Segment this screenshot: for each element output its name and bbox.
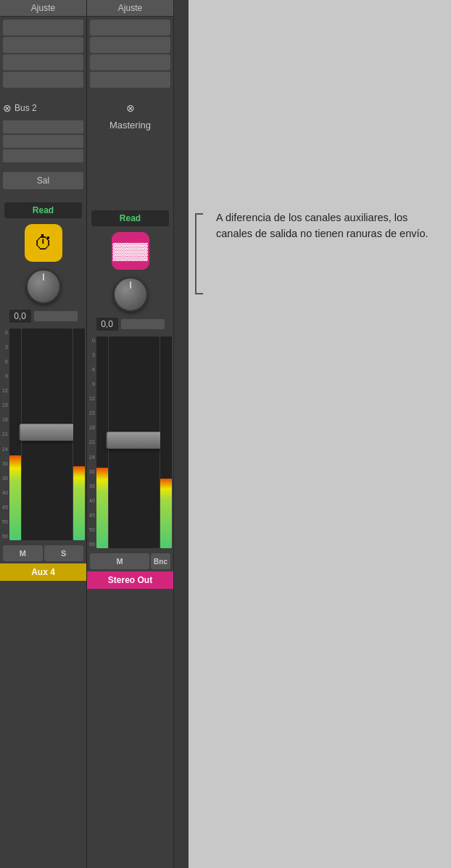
fader-rail-2[interactable] [109, 336, 160, 548]
plugin-slot-1c[interactable] [3, 54, 83, 70]
plugin-slot-2b[interactable] [90, 37, 170, 53]
vu-fill-right-2 [160, 479, 172, 548]
fader-track-1: 0 3 6 9 12 15 18 21 24 30 35 40 45 50 60 [1, 328, 85, 540]
bounce-button[interactable]: Bnc [151, 553, 170, 569]
channel-strip-stereo-out: Ajuste ⊗ Mastering Read ▓▓▓ 0,0 [87, 0, 174, 868]
channel-strip-aux4: Ajuste ⊗ Bus 2 Sal Read ⏱ [0, 0, 87, 868]
vu-fill-left-2 [96, 468, 108, 548]
fader-section-1: 0 3 6 9 12 15 18 21 24 30 35 40 45 50 60 [0, 326, 86, 543]
fader-section-2: 0 3 6 9 12 15 18 21 24 30 35 40 45 50 60 [87, 334, 173, 551]
mute-button-2[interactable]: M [90, 553, 149, 569]
channel-name-2[interactable]: Stereo Out [87, 571, 173, 589]
volume-bar-2 [121, 319, 165, 329]
fader-rail-1[interactable] [22, 328, 73, 540]
plugin-slots-2 [87, 17, 173, 91]
volume-display-2: 0,0 [96, 318, 165, 331]
send-group-1 [3, 120, 83, 162]
plugin-icon-2: ▓▓▓ [112, 241, 147, 260]
bus-section-2: ⊗ [87, 99, 173, 117]
link-icon-2: ⊗ [126, 102, 135, 114]
output-button-1[interactable]: Sal [3, 172, 83, 189]
send-row-1b[interactable] [3, 135, 83, 148]
vu-fill-left-1 [9, 455, 21, 540]
link-icon-1: ⊗ [3, 102, 12, 114]
scale-2: 0 3 6 9 12 15 18 21 24 30 35 40 45 50 60 [88, 336, 96, 548]
plugin-slots-1 [0, 17, 86, 91]
volume-value-1: 0,0 [9, 310, 31, 323]
mute-button-1[interactable]: M [3, 545, 43, 561]
pan-knob-container-1 [26, 269, 61, 304]
ajuste-label-1: Ajuste [0, 0, 86, 17]
plugin-icon-button-1[interactable]: ⏱ [25, 224, 62, 262]
channel-name-1[interactable]: Aux 4 [0, 563, 86, 581]
bus-label-1: Bus 2 [15, 103, 37, 113]
bottom-buttons-2: M Bnc [87, 551, 173, 571]
plugin-icon-1: ⏱ [34, 232, 53, 255]
plugin-icon-button-2[interactable]: ▓▓▓ [112, 232, 149, 270]
read-button-2[interactable]: Read [91, 210, 169, 226]
fader-thumb-2[interactable] [106, 431, 162, 449]
scale-1: 0 3 6 9 12 15 18 21 24 30 35 40 45 50 60 [1, 328, 9, 540]
plugin-slot-1b[interactable] [3, 37, 83, 53]
send-row-2b [90, 146, 170, 159]
annotation-text: A diferencia de los canales auxiliares, … [203, 210, 436, 242]
annotation-bracket [190, 210, 204, 297]
bottom-buttons-1: M S [0, 543, 86, 563]
volume-display-1: 0,0 [9, 310, 78, 323]
plugin-slot-1a[interactable] [3, 20, 83, 36]
read-button-1[interactable]: Read [4, 202, 82, 218]
volume-value-2: 0,0 [96, 318, 118, 331]
volume-bar-1 [34, 311, 78, 321]
bus-section-1[interactable]: ⊗ Bus 2 [0, 99, 86, 117]
fader-track-2: 0 3 6 9 12 15 18 21 24 30 35 40 45 50 60 [88, 336, 172, 548]
vu-meter-right-1 [73, 328, 85, 540]
mastering-label: Mastering [87, 120, 173, 131]
fader-thumb-1[interactable] [19, 423, 75, 441]
ajuste-label-2: Ajuste [87, 0, 173, 17]
output-section-1: Sal [0, 169, 86, 192]
plugin-slot-1d[interactable] [3, 72, 83, 88]
plugin-slot-2d[interactable] [90, 72, 170, 88]
send-row-1c[interactable] [3, 149, 83, 162]
send-row-2c [90, 160, 170, 173]
vu-fill-right-1 [73, 466, 85, 540]
vu-meter-right-2 [160, 336, 172, 548]
plugin-slot-2a[interactable] [90, 20, 170, 36]
plugin-slot-2c[interactable] [90, 54, 170, 70]
pan-knob-2[interactable] [113, 277, 148, 312]
solo-button-1[interactable]: S [44, 545, 84, 561]
send-row-1a[interactable] [3, 120, 83, 133]
send-row-2a [90, 131, 170, 144]
pan-knob-container-2 [113, 277, 148, 312]
annotation-area: A diferencia de los canales auxiliares, … [189, 203, 451, 249]
pan-knob-1[interactable] [26, 269, 61, 304]
